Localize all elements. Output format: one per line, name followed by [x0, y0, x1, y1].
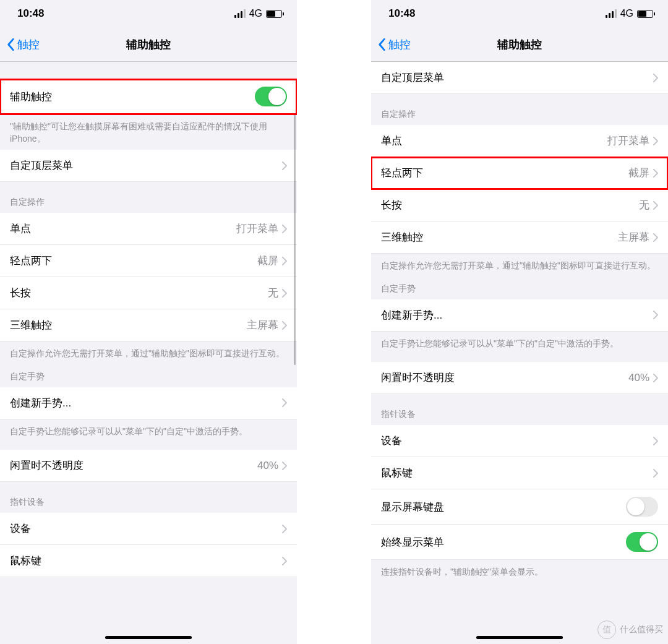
row-label: 始终显示菜单: [381, 535, 444, 549]
group-header-gestures: 自定手势: [0, 365, 297, 387]
group-footer: 自定手势让您能够记录可以从"菜单"下的"自定"中激活的手势。: [0, 419, 297, 443]
row-label: 自定顶层菜单: [10, 158, 73, 173]
status-right: 4G: [234, 8, 282, 19]
create-gesture-row[interactable]: 创建新手势...: [0, 387, 297, 419]
chevron-right-icon: [653, 74, 658, 82]
row-label: 长按: [10, 286, 31, 300]
chevron-right-icon: [653, 437, 658, 445]
status-bar: 10:48 4G: [371, 0, 668, 27]
phone-right: 10:48 4G 触控 辅助触控 自定顶层菜单 自定操作 单点 打开菜单 轻点两…: [371, 0, 668, 644]
row-label: 轻点两下: [10, 254, 52, 268]
signal-icon: [234, 9, 246, 18]
home-indicator[interactable]: [105, 636, 192, 639]
scrollbar-thumb[interactable]: [294, 80, 296, 365]
row-label: 轻点两下: [381, 166, 423, 180]
group-footer: 自定操作允许您无需打开菜单，通过"辅助触控"图标即可直接进行互动。: [0, 341, 297, 365]
settings-content[interactable]: 辅助触控 "辅助触控"可让您在触摸屏幕有困难或需要自适应配件的情况下使用 iPh…: [0, 62, 297, 644]
row-value: 无: [639, 198, 649, 212]
toggle-switch[interactable]: [626, 497, 658, 517]
action-long-press-row[interactable]: 长按 无: [371, 189, 668, 221]
action-double-tap-row[interactable]: 轻点两下 截屏: [0, 245, 297, 277]
chevron-right-icon: [653, 374, 658, 382]
idle-opacity-row[interactable]: 闲置时不透明度 40%: [0, 450, 297, 482]
toggle-switch[interactable]: [626, 532, 658, 552]
row-label: 设备: [10, 522, 31, 536]
group-footer: 自定操作允许您无需打开菜单，通过"辅助触控"图标即可直接进行互动。: [371, 254, 668, 277]
row-label: 三维触控: [381, 230, 423, 244]
watermark-icon: 值: [597, 620, 616, 639]
home-indicator[interactable]: [476, 636, 563, 639]
status-bar: 10:48 4G: [0, 0, 297, 27]
idle-opacity-row[interactable]: 闲置时不透明度 40%: [371, 362, 668, 394]
toggle-switch[interactable]: [255, 87, 287, 106]
row-label: 鼠标键: [381, 466, 413, 480]
row-label: 自定顶层菜单: [381, 71, 444, 85]
status-right: 4G: [606, 8, 653, 19]
chevron-right-icon: [282, 321, 287, 330]
row-label: 显示屏幕键盘: [381, 500, 444, 514]
action-single-tap-row[interactable]: 单点 打开菜单: [371, 125, 668, 157]
watermark-text: 什么值得买: [620, 624, 663, 635]
customize-top-menu-row[interactable]: 自定顶层菜单: [371, 62, 668, 94]
group-header-gestures: 自定手势: [371, 277, 668, 299]
action-single-tap-row[interactable]: 单点 打开菜单: [0, 213, 297, 245]
row-value: 主屏幕: [247, 318, 278, 332]
row-label: 长按: [381, 198, 402, 212]
chevron-right-icon: [282, 289, 287, 298]
action-long-press-row[interactable]: 长按 无: [0, 277, 297, 309]
create-gesture-row[interactable]: 创建新手势...: [371, 299, 668, 332]
action-3d-touch-row[interactable]: 三维触控 主屏幕: [371, 221, 668, 254]
always-show-menu-row[interactable]: 始终显示菜单: [371, 525, 668, 560]
device-row[interactable]: 设备: [371, 425, 668, 457]
mouse-keys-row[interactable]: 鼠标键: [371, 457, 668, 489]
chevron-right-icon: [653, 469, 658, 478]
chevron-right-icon: [282, 525, 287, 533]
group-header-pointer: 指针设备: [371, 394, 668, 425]
mouse-keys-row[interactable]: 鼠标键: [0, 545, 297, 577]
row-value: 主屏幕: [618, 230, 649, 244]
phone-left: 10:48 4G 触控 辅助触控 辅助触控 "辅助触控"可让您在触摸屏幕有困难或…: [0, 0, 297, 644]
customize-top-menu-row[interactable]: 自定顶层菜单: [0, 150, 297, 182]
nav-bar: 触控 辅助触控: [371, 27, 668, 62]
network-label: 4G: [620, 8, 633, 19]
row-label: 创建新手势...: [381, 308, 442, 322]
battery-icon: [637, 10, 653, 18]
row-value: 打开菜单: [607, 134, 649, 148]
watermark: 值 什么值得买: [597, 620, 663, 639]
row-label: 单点: [381, 134, 402, 148]
row-label: 闲置时不透明度: [10, 458, 84, 473]
row-label: 单点: [10, 221, 31, 236]
status-time: 10:48: [17, 7, 44, 20]
chevron-right-icon: [653, 169, 658, 178]
row-value: 40%: [628, 372, 649, 384]
device-row[interactable]: 设备: [0, 513, 297, 545]
signal-icon: [606, 9, 617, 18]
nav-title: 辅助触控: [371, 37, 668, 52]
group-header-actions: 自定操作: [371, 94, 668, 125]
chevron-right-icon: [653, 311, 658, 319]
chevron-right-icon: [653, 137, 658, 145]
row-label: 鼠标键: [10, 554, 41, 568]
row-label: 辅助触控: [10, 90, 52, 104]
assistive-touch-toggle-row[interactable]: 辅助触控: [0, 79, 297, 114]
chevron-right-icon: [282, 161, 287, 170]
settings-content[interactable]: 自定顶层菜单 自定操作 单点 打开菜单 轻点两下 截屏 长按 无 三维触控 主屏…: [371, 62, 668, 644]
chevron-right-icon: [653, 233, 658, 242]
action-double-tap-row[interactable]: 轻点两下 截屏: [371, 157, 668, 189]
row-value: 截屏: [257, 254, 278, 268]
group-header-pointer: 指针设备: [0, 482, 297, 513]
row-label: 闲置时不透明度: [381, 371, 455, 385]
group-footer: "辅助触控"可让您在触摸屏幕有困难或需要自适应配件的情况下使用 iPhone。: [0, 114, 297, 150]
status-time: 10:48: [388, 7, 415, 20]
nav-title: 辅助触控: [0, 37, 297, 52]
chevron-right-icon: [282, 398, 287, 407]
show-onscreen-keyboard-row[interactable]: 显示屏幕键盘: [371, 489, 668, 525]
network-label: 4G: [249, 8, 262, 19]
action-3d-touch-row[interactable]: 三维触控 主屏幕: [0, 309, 297, 341]
chevron-right-icon: [653, 201, 658, 210]
group-footer: 连接指针设备时，"辅助触控"菜单会显示。: [371, 560, 668, 583]
row-value: 截屏: [628, 166, 649, 180]
chevron-right-icon: [282, 462, 287, 470]
chevron-right-icon: [282, 225, 287, 233]
row-value: 打开菜单: [236, 221, 278, 236]
